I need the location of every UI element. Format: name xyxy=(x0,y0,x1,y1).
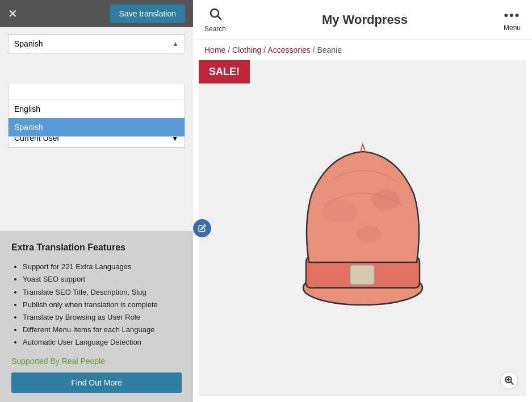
svg-point-7 xyxy=(356,225,381,242)
search-icon xyxy=(208,7,222,24)
language-option-english[interactable]: English xyxy=(9,100,185,118)
supported-by-link[interactable]: Supported By Real People xyxy=(11,357,182,366)
svg-line-1 xyxy=(218,16,221,19)
feature-item-1: Support for 221 Extra Languages xyxy=(23,261,182,273)
language-dropdown-menu: English Spanish xyxy=(8,84,185,137)
menu-dots-icon: ••• xyxy=(504,8,520,23)
feature-item-2: Yoast SEO support xyxy=(23,273,182,286)
wp-header: Search My Wordpress ••• Menu xyxy=(193,0,532,40)
breadcrumb-separator-1: / xyxy=(228,45,232,55)
svg-rect-4 xyxy=(350,265,374,284)
menu-label: Menu xyxy=(504,24,521,32)
breadcrumb-home[interactable]: Home xyxy=(204,45,225,55)
feature-item-6: Different Menu Items for each Language xyxy=(23,324,182,336)
svg-point-6 xyxy=(371,190,400,210)
product-area: SALE! xyxy=(199,60,526,396)
breadcrumb-current: Beanie xyxy=(317,45,342,55)
dropdown-arrow-icon: ▲ xyxy=(172,40,179,48)
feature-item-7: Automatic User Language Detection xyxy=(23,336,182,349)
feature-item-5: Translate by Browsing as User Role xyxy=(23,311,182,324)
site-title: My Wordpress xyxy=(322,12,408,27)
search-label: Search xyxy=(204,25,226,33)
svg-line-9 xyxy=(510,382,513,384)
feature-item-3: Translate SEO Title, Description, Slug xyxy=(23,286,182,299)
menu-area[interactable]: ••• Menu xyxy=(504,8,521,32)
language-selector-area: Spanish ▲ English Spanish xyxy=(0,27,193,58)
sale-badge: SALE! xyxy=(199,60,250,83)
feature-item-4: Publish only when translation is complet… xyxy=(23,299,182,311)
top-bar: ✕ Save translation xyxy=(0,0,193,27)
extra-features-title: Extra Translation Features xyxy=(11,242,182,253)
close-button[interactable]: ✕ xyxy=(8,8,18,19)
breadcrumb-clothing[interactable]: Clothing xyxy=(232,45,261,55)
edit-icon-button[interactable] xyxy=(193,219,211,237)
selected-language-label: Spanish xyxy=(14,39,43,48)
language-option-spanish[interactable]: Spanish xyxy=(9,118,185,136)
feature-list: Support for 221 Extra Languages Yoast SE… xyxy=(11,261,182,349)
product-image xyxy=(283,137,442,319)
language-dropdown-trigger[interactable]: Spanish ▲ xyxy=(8,34,185,53)
breadcrumb: Home / Clothing / Accessories / Beanie xyxy=(193,40,532,60)
search-area[interactable]: Search xyxy=(204,7,226,33)
svg-point-5 xyxy=(323,200,357,223)
left-panel: ✕ Save translation Spanish ▲ English Spa… xyxy=(0,0,193,402)
zoom-icon-button[interactable] xyxy=(500,371,518,390)
breadcrumb-accessories[interactable]: Accessories xyxy=(267,45,310,55)
save-translation-button[interactable]: Save translation xyxy=(110,5,185,23)
dropdown-search-input[interactable] xyxy=(9,84,185,100)
right-panel: Search My Wordpress ••• Menu Home / Clot… xyxy=(193,0,532,402)
find-out-more-button[interactable]: Find Out More xyxy=(11,372,182,393)
extra-features-section: Extra Translation Features Support for 2… xyxy=(0,231,193,402)
